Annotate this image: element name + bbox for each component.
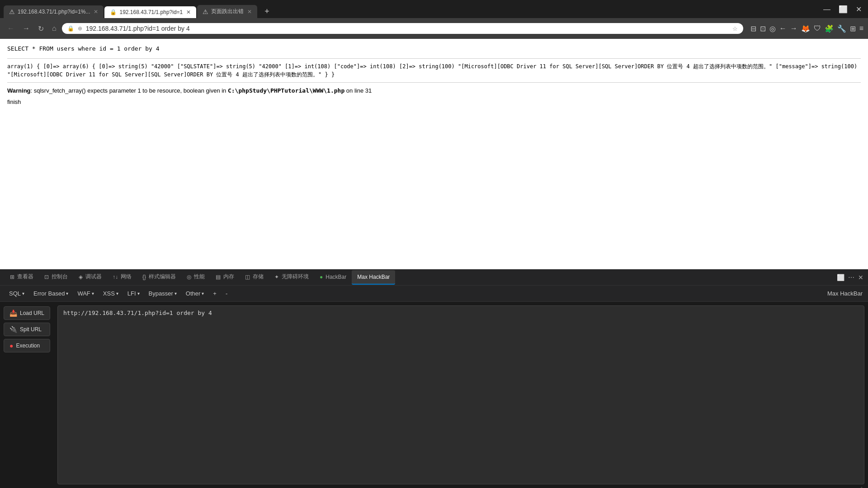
hackbar-menu-error-based[interactable]: Error Based ▾	[30, 288, 72, 299]
load-url-button[interactable]: 📥 Load URL	[4, 306, 50, 320]
devtools-tab-debugger[interactable]: ◈ 调试器	[73, 269, 107, 285]
maximize-button[interactable]: ⬜	[836, 3, 850, 15]
finish-text: finish	[7, 98, 861, 107]
home-button[interactable]: ⌂	[49, 23, 59, 34]
menu-icon[interactable]: ≡	[859, 24, 863, 33]
browser-tab-2[interactable]: 🔒 192.168.43.71/1.php?id=1 ✕	[104, 6, 196, 18]
add-menu-label: +	[213, 290, 217, 297]
hackbar-menu-waf[interactable]: WAF ▾	[74, 288, 97, 299]
hackbar-menu-add[interactable]: +	[209, 288, 220, 299]
resize-handle-icon[interactable]: ⊿	[57, 484, 864, 488]
memory-label: 内存	[223, 273, 234, 281]
hackbar-menu-remove[interactable]: -	[222, 288, 231, 299]
execution-label: Execution	[16, 343, 40, 349]
reload-button[interactable]: ↻	[35, 23, 47, 35]
devtools-tab-hackbar[interactable]: ● HackBar	[314, 270, 352, 285]
browser-tab-3[interactable]: ⚠ 页面跌出出错 ✕	[197, 5, 257, 18]
sql-menu-label: SQL	[9, 290, 21, 297]
hackbar-menu-other[interactable]: Other ▾	[182, 288, 208, 299]
hackbar-menu-lfi[interactable]: LFI ▾	[124, 288, 143, 299]
tab1-close-icon[interactable]: ✕	[94, 9, 98, 15]
console-label: 控制台	[52, 273, 68, 281]
performance-label: 性能	[194, 273, 205, 281]
devtools-panel: ⊞ 查看器 ⊡ 控制台 ◈ 调试器 ↑↓ 网络 {} 样式编辑器 ◎ 性能 ▤ …	[0, 269, 868, 488]
load-url-icon: 📥	[9, 310, 17, 317]
devtools-tab-storage[interactable]: ◫ 存储	[240, 269, 269, 285]
hackbar-url-input[interactable]: http://192.168.43.71/1.php?id=1 order by…	[57, 305, 864, 484]
navigation-bar: ← → ↻ ⌂ 🔒 ⊕ ☆ ⊟ ⊡ ◎ ← → 🦊 🛡 🧩 🔧 ⊞ ≡	[0, 18, 868, 39]
warning-line-label: on line	[344, 87, 365, 94]
devtools-more-button[interactable]: ⋯	[848, 274, 854, 281]
spit-url-icon: 🔌	[9, 326, 17, 333]
error-based-arrow-icon: ▾	[66, 291, 68, 296]
inspector-label: 查看器	[17, 273, 33, 281]
storage-icon: ◫	[245, 274, 250, 280]
devtools-tab-bar: ⊞ 查看器 ⊡ 控制台 ◈ 调试器 ↑↓ 网络 {} 样式编辑器 ◎ 性能 ▤ …	[0, 269, 868, 286]
hackbar-menu-sql[interactable]: SQL ▾	[5, 288, 28, 299]
tab3-close-icon[interactable]: ✕	[247, 9, 252, 15]
devtools-tab-performance[interactable]: ◎ 性能	[181, 269, 210, 285]
tab-bar: ⚠ 192.168.43.71/1.php?id=1%... ✕ 🔒 192.1…	[0, 0, 868, 18]
devtools-tab-network[interactable]: ↑↓ 网络	[107, 269, 137, 285]
xss-arrow-icon: ▾	[116, 291, 118, 296]
back-icon2[interactable]: ←	[779, 24, 787, 33]
account-icon[interactable]: ◎	[769, 24, 776, 33]
hackbar-url-area: http://192.168.43.71/1.php?id=1 order by…	[54, 302, 868, 488]
extension1-icon[interactable]: 🧩	[825, 24, 834, 33]
devtools-controls: ⬜ ⋯ ✕	[837, 274, 863, 281]
minimize-button[interactable]: —	[821, 3, 833, 15]
other-arrow-icon: ▾	[202, 291, 204, 296]
hackbar-tab-label: HackBar	[326, 274, 346, 280]
network-icon: ↑↓	[113, 274, 118, 280]
forward-icon2[interactable]: →	[790, 24, 797, 33]
new-tab-button[interactable]: +	[260, 5, 274, 18]
sql-query-line: SELECT * FROM users where id = 1 order b…	[7, 44, 861, 54]
bypasser-arrow-icon: ▾	[175, 291, 177, 296]
spit-url-label: Spit URL	[20, 326, 42, 333]
bookmark-star-icon[interactable]: ☆	[732, 25, 738, 32]
devtools-tab-style-editor[interactable]: {} 样式编辑器	[137, 269, 181, 285]
address-input[interactable]	[86, 25, 729, 32]
close-window-button[interactable]: ✕	[853, 3, 864, 15]
lock-icon: 🔒	[67, 25, 74, 32]
address-bar[interactable]: 🔒 ⊕ ☆	[62, 23, 743, 34]
devtools-tab-accessibility[interactable]: ✦ 无障碍环境	[269, 269, 314, 285]
warning-line: Warning: sqlsrv_fetch_array() expects pa…	[7, 86, 861, 96]
execution-button[interactable]: ● Execution	[4, 339, 50, 352]
forward-button[interactable]: →	[20, 23, 33, 34]
devtools-expand-button[interactable]: ⬜	[837, 274, 844, 281]
warning-text: : sqlsrv_fetch_array() expects parameter…	[31, 87, 228, 94]
performance-icon: ◎	[187, 274, 191, 280]
back-button[interactable]: ←	[5, 23, 17, 34]
devtools-tab-inspector[interactable]: ⊞ 查看器	[5, 269, 39, 285]
memory-icon: ▤	[216, 274, 221, 280]
browser-tab-1[interactable]: ⚠ 192.168.43.71/1.php?id=1%... ✕	[4, 5, 104, 18]
tab3-favicon-icon: ⚠	[203, 8, 208, 15]
extension2-icon[interactable]: 🔧	[837, 24, 846, 33]
shield-icon[interactable]: 🛡	[814, 24, 821, 33]
warning-path: C:\phpStudy\PHPTutorial\WWW\1.php	[228, 87, 344, 94]
devtools-tab-max-hackbar[interactable]: Max HackBar	[352, 270, 395, 285]
nav-right-icons: ⊟ ⊡ ◎ ← → 🦊 🛡 🧩 🔧 ⊞ ≡	[750, 24, 863, 33]
devtools-close-button[interactable]: ✕	[858, 274, 863, 281]
storage-label: 存储	[253, 273, 264, 281]
warning-line-num: 31	[365, 87, 372, 94]
tab2-label: 192.168.43.71/1.php?id=1	[119, 9, 183, 15]
spit-url-button[interactable]: 🔌 Spit URL	[4, 323, 50, 336]
bypasser-menu-label: Bypasser	[149, 290, 173, 297]
waf-arrow-icon: ▾	[92, 291, 94, 296]
hackbar-menu-bypasser[interactable]: Bypasser ▾	[145, 288, 180, 299]
firefox-logo: 🦊	[801, 24, 810, 33]
network-label: 网络	[121, 273, 132, 281]
sidebar-icon[interactable]: ⊟	[750, 24, 756, 33]
sql-arrow-icon: ▾	[22, 291, 24, 296]
tabs-icon[interactable]: ⊡	[760, 24, 766, 33]
tab2-favicon-icon: 🔒	[110, 9, 117, 15]
lfi-menu-label: LFI	[127, 290, 136, 297]
devtools-tab-memory[interactable]: ▤ 内存	[210, 269, 240, 285]
bookmark-icon[interactable]: ⊞	[850, 24, 856, 33]
error-array-text: array(1) { [0]=> array(6) { [0]=> string…	[7, 62, 861, 79]
devtools-tab-console[interactable]: ⊡ 控制台	[39, 269, 73, 285]
hackbar-menu-xss[interactable]: XSS ▾	[99, 288, 122, 299]
tab2-close-icon[interactable]: ✕	[186, 9, 191, 15]
